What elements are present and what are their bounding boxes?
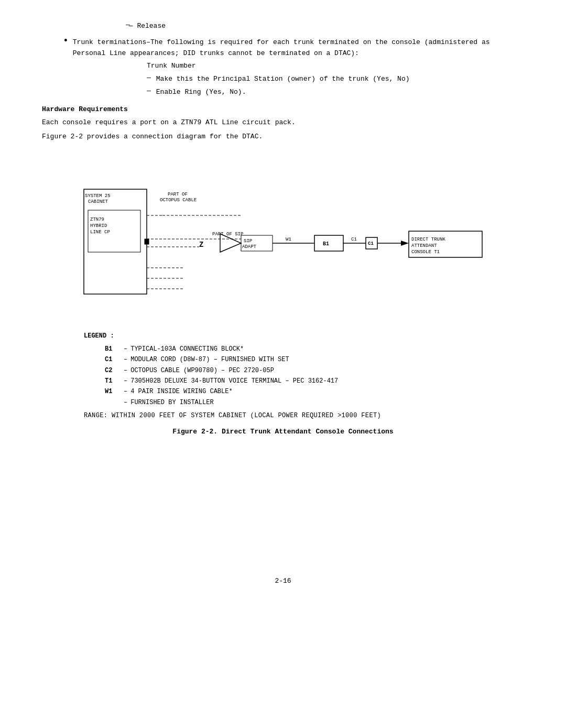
part-of-sip-label: PART OF SIP [212, 232, 243, 237]
console-line3: CONSOLE T1 [411, 249, 440, 255]
console-line2: ATTENDANT [411, 243, 437, 248]
legend-section: LEGEND : B1 – TYPICAL-103A CONNECTING BL… [84, 331, 482, 408]
console-line1: DIRECT TRUNK [411, 237, 445, 242]
svg-rect-0 [84, 189, 147, 294]
legend-key-t1: T1 [105, 376, 121, 386]
legend-key-w1: W1 [105, 386, 121, 397]
dash-mark1: — [147, 74, 151, 82]
dash-item-ring: — Enable Ring (Yes, No). [147, 87, 524, 98]
page-number: 2-16 [42, 577, 524, 585]
legend-text-b1: TYPICAL-103A CONNECTING BLOCK* [130, 344, 244, 354]
trunk-number-label: Trunk Number [147, 62, 196, 70]
w1-label: W1 [286, 237, 291, 242]
bullet-trunk: • Trunk terminations–The following is re… [63, 37, 524, 59]
part-of-label: PART OF [168, 192, 188, 197]
sip-label2: ADAPT [242, 244, 257, 249]
c1-label: C1 [351, 237, 357, 242]
dash-mark2: — [147, 87, 151, 95]
legend-key-c1: C1 [105, 354, 121, 365]
legend-item-c1: C1 – MODULAR CORD (D8W-87) – FURNISHED W… [105, 354, 482, 365]
figure-caption: Figure 2-2. Direct Trunk Attendant Conso… [42, 428, 524, 436]
legend-key-star [105, 397, 121, 408]
ztn79-label3: LINE CP [90, 230, 110, 235]
system25-label: SYSTEM 25 [85, 193, 111, 199]
hardware-heading: Hardware Requirements [42, 105, 524, 113]
z-symbol: Z [199, 241, 203, 249]
sip-label1: SIP [244, 238, 252, 244]
legend-item-t1: T1 – 7305H02B DELUXE 34-BUTTON VOICE TER… [105, 376, 482, 386]
svg-marker-17 [401, 241, 409, 246]
c1-box-label: C1 [368, 241, 374, 246]
ztn79-label2: HYBRID [90, 223, 107, 229]
legend-item-w1: W1 – 4 PAIR INSIDE WIRING CABLE* [105, 386, 482, 397]
octopus-label: OCTOPUS CABLE [160, 198, 197, 203]
dash-item-principal: — Make this the Principal Station (owner… [147, 74, 524, 85]
legend-key-b1: B1 [105, 344, 121, 354]
dash-text2: Enable Ring (Yes, No). [156, 87, 524, 98]
bullet-trunk-text: Trunk terminations–The following is requ… [73, 37, 524, 59]
b1-label: B1 [323, 241, 329, 247]
legend-text-c2: OCTOPUS CABLE (WP90780) – PEC 2720-05P [130, 365, 274, 376]
ztn79-label1: ZTN79 [90, 217, 104, 222]
dash-text1: Make this the Principal Station (owner) … [156, 74, 524, 85]
bullet-dot: • [63, 36, 69, 46]
svg-rect-9 [145, 239, 149, 244]
legend-text-star: FURNISHED BY INSTALLER [130, 397, 213, 408]
connection-diagram: SYSTEM 25 CABINET ZTN79 HYBRID LINE CP P… [79, 158, 487, 315]
legend-text-c1: MODULAR CORD (D8W-87) – FURNISHED WITH S… [130, 354, 289, 365]
legend-item-c2: C2 – OCTOPUS CABLE (WP90780) – PEC 2720-… [105, 365, 482, 376]
range-text: RANGE: WITHIN 2000 FEET OF SYSTEM CABINE… [84, 412, 482, 419]
legend-item-b1: B1 – TYPICAL-103A CONNECTING BLOCK* [105, 344, 482, 354]
diagram-container: SYSTEM 25 CABINET ZTN79 HYBRID LINE CP P… [79, 158, 487, 315]
hardware-para1: Each console requires a port on a ZTN79 … [42, 117, 524, 128]
legend-text-t1: 7305H02B DELUXE 34-BUTTON VOICE TERMINAL… [130, 376, 338, 386]
hardware-para2: Figure 2-2 provides a connection diagram… [42, 132, 524, 143]
legend-text-w1: 4 PAIR INSIDE WIRING CABLE* [130, 386, 232, 397]
cabinet-label: CABINET [88, 199, 108, 204]
dash-text-release: — Release [129, 21, 524, 32]
legend-key-c2: C2 [105, 365, 121, 376]
legend-item-star: – FURNISHED BY INSTALLER [105, 397, 482, 408]
legend-title: LEGEND : [84, 331, 482, 341]
